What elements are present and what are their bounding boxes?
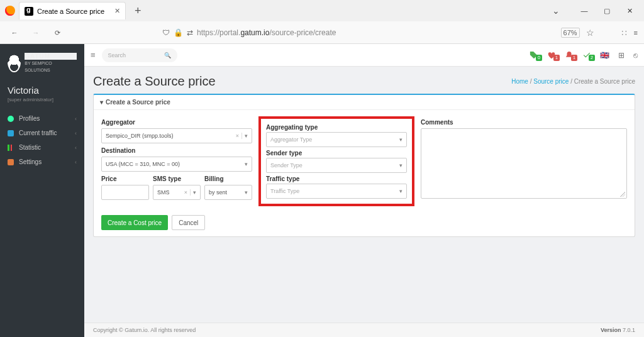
caret-down-icon: ▾ (397, 188, 402, 194)
chevron-left-icon: ‹ (75, 130, 77, 136)
sms-type-select[interactable]: SMS × ▾ (153, 185, 201, 200)
crumb-current: Create a Source price (574, 78, 635, 85)
brand-byline: BY SEMPICO SOLUTIONS (25, 60, 77, 74)
statistic-icon (8, 145, 14, 151)
app-menu-icon[interactable]: ≡ (634, 29, 638, 37)
badge: 1 (553, 55, 560, 61)
billing-select[interactable]: by sent ▾ (204, 185, 252, 200)
badge: 2 (589, 55, 595, 61)
url-text: https://portal.gatum.io/source-price/cre… (197, 28, 336, 37)
traffic-type-select[interactable]: Traffic Type ▾ (266, 184, 407, 199)
notif-heart-icon[interactable]: 1 (547, 51, 556, 60)
aggregating-type-placeholder: Aggregator Type (270, 136, 312, 143)
bookmark-star-icon[interactable]: ☆ (586, 28, 594, 38)
chevron-left-icon: ‹ (75, 116, 77, 122)
caret-down-icon: ▾ (242, 161, 248, 167)
label-traffic-type: Traffic type (266, 175, 407, 182)
label-aggregating-type: Aggregating type (266, 124, 407, 131)
cancel-button[interactable]: Cancel (172, 215, 205, 230)
aggregating-type-select[interactable]: Aggregator Type ▾ (266, 132, 407, 147)
highlighted-section: Aggregating type Aggregator Type ▾ Sende… (258, 116, 414, 206)
footer-version: 7.0.1 (623, 327, 635, 333)
tab-title: Create a Source price (37, 8, 104, 15)
brand-name: GATUM (25, 53, 77, 60)
panel-title: Create a Source price (106, 99, 170, 106)
tab-close-icon[interactable]: ✕ (114, 7, 120, 15)
crumb-home[interactable]: Home (511, 78, 528, 85)
footer-copyright: Copyright © Gatum.io. All rights reserve… (93, 327, 196, 333)
billing-value: by sent (209, 189, 227, 196)
menu-toggle-icon[interactable]: ≡ (91, 50, 96, 60)
maximize-button[interactable]: ▢ (596, 2, 618, 19)
caret-down-icon: ▾ (191, 189, 196, 196)
label-aggregator: Aggregator (101, 119, 252, 126)
form-panel: ▾ Create a Source price Aggregator Sempi… (93, 94, 635, 237)
sidebar: GATUM BY SEMPICO SOLUTIONS Victoria [sup… (0, 44, 84, 337)
badge: 1 (571, 55, 577, 61)
url-bar[interactable]: 🛡 🔒 ⇄ https://portal.gatum.io/source-pri… (158, 24, 598, 41)
profiles-icon (8, 116, 14, 122)
comments-textarea[interactable] (421, 128, 627, 199)
traffic-type-placeholder: Traffic Type (270, 188, 299, 194)
notif-check-icon[interactable]: 2 (582, 51, 591, 60)
caret-down-icon: ▾ (397, 136, 402, 143)
caret-down-icon: ▾ (242, 133, 248, 139)
notif-tags-icon[interactable]: 0 (530, 51, 538, 60)
downloads-icon[interactable]: ⸬ (622, 29, 626, 37)
sidebar-item-label: Profiles (19, 115, 40, 122)
clear-icon[interactable]: × (182, 189, 191, 196)
firefox-icon (5, 6, 15, 16)
crumb-source-price[interactable]: Source price (533, 78, 569, 85)
caret-down-icon: ▾ (397, 162, 402, 168)
sidebar-item-statistic[interactable]: Statistic ‹ (0, 140, 84, 155)
nav-reload-button[interactable]: ⟳ (49, 25, 65, 41)
nav-back-button[interactable]: ← (6, 25, 23, 41)
chevron-left-icon: ‹ (75, 145, 77, 151)
user-name: Victoria (0, 80, 84, 97)
permissions-icon: ⇄ (187, 28, 193, 37)
settings-icon (8, 159, 14, 165)
price-input[interactable] (101, 185, 149, 200)
sms-type-value: SMS (157, 189, 170, 196)
apps-grid-icon[interactable]: ⊞ (618, 51, 625, 60)
sender-type-placeholder: Sender Type (270, 162, 303, 168)
badge: 0 (536, 55, 542, 61)
label-price: Price (101, 175, 149, 182)
nav-forward-button: → (28, 25, 44, 41)
caret-down-icon: ▾ (242, 189, 248, 196)
tabs-overflow-icon[interactable]: ⌄ (552, 6, 560, 16)
label-destination: Destination (101, 147, 252, 154)
shield-icon: 🛡 (162, 28, 170, 37)
new-tab-button[interactable]: + (130, 4, 147, 18)
logout-icon[interactable]: ⎋ (633, 51, 638, 60)
minimize-button[interactable]: — (574, 2, 595, 19)
search-placeholder: Search (108, 52, 126, 58)
breadcrumb: Home / Source price / Create a Source pr… (511, 78, 635, 85)
label-sender-type: Sender type (266, 150, 407, 157)
sidebar-item-label: Statistic (19, 144, 41, 151)
sidebar-item-settings[interactable]: Settings ‹ (0, 155, 84, 169)
sender-type-select[interactable]: Sender Type ▾ (266, 158, 407, 173)
clear-icon[interactable]: × (233, 133, 242, 139)
lock-icon: 🔒 (174, 28, 183, 37)
create-cost-price-button[interactable]: Create a Cost price (101, 215, 168, 230)
browser-tab[interactable]: Create a Source price ✕ (19, 2, 126, 19)
footer: Copyright © Gatum.io. All rights reserve… (84, 323, 644, 337)
notif-bell-icon[interactable]: 1 (565, 51, 574, 60)
sidebar-item-current-traffic[interactable]: Current traffic ‹ (0, 126, 84, 140)
brand: GATUM BY SEMPICO SOLUTIONS (0, 44, 84, 80)
filter-icon: ▾ (100, 99, 103, 106)
destination-select[interactable]: USA (MCC = 310, MNC = 00) ▾ (101, 157, 252, 172)
label-billing: Billing (204, 175, 252, 182)
lang-flag-icon[interactable]: 🇬🇧 (600, 51, 609, 60)
brand-logo-icon (8, 55, 21, 72)
chevron-left-icon: ‹ (75, 159, 77, 165)
search-icon: 🔍 (164, 52, 171, 58)
close-window-button[interactable]: ✕ (619, 2, 640, 19)
sidebar-item-label: Settings (19, 158, 42, 165)
aggregator-select[interactable]: Sempico_DIR (smpp.tools) × ▾ (101, 128, 252, 143)
sidebar-item-profiles[interactable]: Profiles ‹ (0, 111, 84, 126)
search-input[interactable]: Search 🔍 (102, 48, 177, 62)
zoom-badge[interactable]: 67% (561, 28, 580, 38)
label-sms-type: SMS type (153, 175, 201, 182)
